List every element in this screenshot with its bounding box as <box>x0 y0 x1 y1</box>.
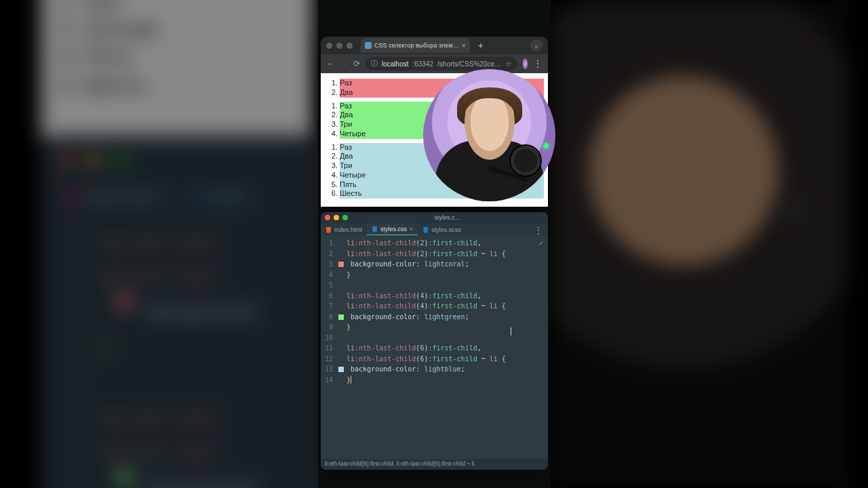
bg-traffic-lights <box>61 153 140 168</box>
color-swatch-icon[interactable] <box>338 367 344 372</box>
file-icon <box>372 226 378 232</box>
code-line[interactable]: 1 li:nth-last-child(2):first-child, <box>321 238 548 249</box>
code-line[interactable]: 7 li:nth-last-child(4):first-child ~ li … <box>321 301 548 312</box>
bg-list-card: 3. Три4. Четыре5. Пять6. Шесть <box>41 0 312 149</box>
browser-menu-icon[interactable]: ⋮ <box>533 58 542 69</box>
editor-filename: styles.c… <box>351 214 544 221</box>
bg-list-item: 6. Шесть <box>60 71 293 100</box>
zoom-dot-icon[interactable] <box>342 215 348 220</box>
forward-icon[interactable]: → <box>340 59 348 68</box>
editor-window: styles.c… index.html styles.css × styles… <box>321 212 548 470</box>
file-icon <box>422 227 429 233</box>
webcam-overlay <box>423 69 555 201</box>
tabs-dropdown-icon[interactable]: ⌄ <box>530 39 542 52</box>
code-line[interactable]: 5 <box>321 280 548 291</box>
line-number: 14 <box>321 375 338 386</box>
code-line[interactable]: 14 } <box>321 375 548 386</box>
site-info-icon[interactable]: ⓘ <box>371 59 378 68</box>
address-bar: ← → ⟳ ⓘ localhost:63342/shorts/CSS%20се…… <box>321 54 548 73</box>
line-number: 12 <box>321 354 338 365</box>
line-number: 4 <box>321 270 338 281</box>
code-line[interactable]: 13 background-color: lightblue; <box>321 364 548 375</box>
code-line[interactable]: 12 li:nth-last-child(6):first-child ~ li… <box>321 354 548 365</box>
inspection-ok-icon[interactable]: ✓ <box>538 239 544 247</box>
close-tab-icon[interactable]: × <box>462 42 466 49</box>
phone-frame: CSS селектор выбора элем… × + ⌄ ← → ⟳ ⓘ … <box>318 0 551 488</box>
editor-tab-label: styles.scss <box>431 226 461 233</box>
code-line[interactable]: 6 li:nth-last-child(4):first-child, <box>321 291 548 302</box>
color-swatch-icon[interactable] <box>338 314 344 320</box>
bg-list-item: 5. Пять <box>60 43 293 71</box>
editor-more-icon[interactable]: ⋮ <box>529 226 548 235</box>
url-host: localhost <box>382 60 408 68</box>
line-number: 6 <box>321 291 338 302</box>
bg-list-item: 3. Три <box>60 0 293 15</box>
bg-webcam-large <box>549 0 848 488</box>
zoom-dot-icon[interactable] <box>347 43 353 49</box>
code-area[interactable]: 1 li:nth-last-child(2):first-child, 2 li… <box>321 235 548 385</box>
tab-title: CSS селектор выбора элем… <box>374 42 459 49</box>
browser-tab[interactable]: CSS селектор выбора элем… × <box>361 38 470 53</box>
editor-tab-label: index.html <box>334 226 362 233</box>
bookmark-icon[interactable]: ☆ <box>505 60 512 68</box>
bg-check-icon: ✓ <box>788 197 807 224</box>
line-number: 13 <box>321 364 338 375</box>
close-dot-icon[interactable] <box>325 215 330 220</box>
close-dot-icon[interactable] <box>326 43 332 49</box>
line-number: 5 <box>321 280 338 291</box>
line-number: 2 <box>321 249 338 260</box>
code-line[interactable]: 9 } <box>321 322 548 333</box>
text-caret-icon <box>511 327 511 336</box>
profile-avatar-icon[interactable] <box>523 58 528 69</box>
code-line[interactable]: 10 <box>321 333 548 344</box>
headset-icon <box>511 146 540 176</box>
code-line[interactable]: 3 background-color: lightcoral; <box>321 259 548 270</box>
code-line[interactable]: 2 li:nth-last-child(2):first-child ~ li … <box>321 249 548 260</box>
back-icon[interactable]: ← <box>326 59 334 68</box>
editor-tab-label: styles.css <box>380 226 407 232</box>
color-swatch-icon[interactable] <box>338 262 344 267</box>
editor-tab[interactable]: styles.css × <box>367 224 418 235</box>
line-number: 7 <box>321 301 338 312</box>
traffic-lights <box>326 43 353 49</box>
reload-icon[interactable]: ⟳ <box>353 59 360 68</box>
bg-list-item: 4. Четыре <box>60 15 293 43</box>
file-icon <box>326 227 332 233</box>
editor-tabs: index.html styles.css × styles.scss ⋮ <box>321 223 548 235</box>
code-line[interactable]: 11 li:nth-last-child(6):first-child, <box>321 343 548 354</box>
breadcrumb[interactable]: li:nth-last-child(6):first-child, li:nth… <box>321 459 548 470</box>
line-number: 9 <box>321 322 338 333</box>
minimize-dot-icon[interactable] <box>334 215 339 220</box>
url-input[interactable]: ⓘ localhost:63342/shorts/CSS%20се… ☆ <box>366 57 517 70</box>
minimize-dot-icon[interactable] <box>336 43 342 49</box>
favicon-icon <box>365 42 372 49</box>
line-number: 3 <box>321 259 338 270</box>
bg-code: 1li:nth-last-2li:nth-last-3 background-4… <box>68 224 264 488</box>
line-number: 1 <box>321 238 338 249</box>
editor-tab[interactable]: styles.scss <box>418 224 466 235</box>
editor-titlebar: styles.c… <box>321 212 548 223</box>
code-line[interactable]: 4 } <box>321 270 548 281</box>
code-line[interactable]: 8 background-color: lightgreen; <box>321 312 548 323</box>
line-number: 11 <box>321 343 338 354</box>
browser-tabstrip: CSS селектор выбора элем… × + ⌄ <box>321 37 548 54</box>
line-number: 10 <box>321 333 338 344</box>
bg-editor-tabs: ◆ index.html × ◆ styles. <box>65 187 253 206</box>
new-tab-button[interactable]: + <box>474 40 488 51</box>
line-number: 8 <box>321 312 338 323</box>
close-tab-icon[interactable]: × <box>410 226 413 232</box>
editor-tab[interactable]: index.html <box>321 224 367 235</box>
